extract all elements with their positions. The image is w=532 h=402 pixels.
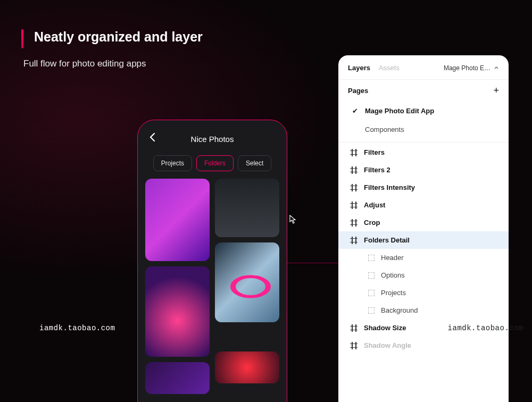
- tab-assets[interactable]: Assets: [379, 64, 400, 72]
- frame-icon: [350, 324, 358, 332]
- page-row[interactable]: ✔ Mage Photo Edit App: [338, 102, 509, 120]
- frame-icon: [350, 202, 358, 209]
- layer-row[interactable]: Filters: [338, 144, 509, 161]
- layer-row[interactable]: Filters 2: [338, 161, 509, 179]
- hero-headline: Neatly organized and layer: [34, 29, 203, 45]
- photo-thumb[interactable]: [145, 362, 210, 394]
- page-name: Components: [365, 125, 404, 133]
- layer-name: Shadow Angle: [364, 341, 411, 349]
- layer-row[interactable]: Background: [338, 302, 509, 319]
- page-row[interactable]: Components: [338, 120, 509, 139]
- layer-row[interactable]: Projects: [338, 284, 509, 302]
- accent-bar: [21, 29, 23, 48]
- chip-row: Projects Folders Select: [145, 155, 279, 171]
- chip-projects[interactable]: Projects: [153, 155, 192, 171]
- pages-label: Pages: [348, 87, 368, 95]
- chip-folders[interactable]: Folders: [196, 155, 234, 171]
- layer-row[interactable]: Filters Intensity: [338, 179, 509, 196]
- file-selector-label: Mage Photo E…: [444, 64, 491, 72]
- file-selector[interactable]: Mage Photo E…: [444, 64, 499, 72]
- hero-subhead: Full flow for photo editing apps: [23, 58, 146, 69]
- phone-title: Nice Photos: [191, 135, 234, 144]
- chip-select[interactable]: Select: [238, 155, 271, 171]
- photo-thumb[interactable]: [145, 179, 210, 261]
- layer-row[interactable]: Shadow Angle: [338, 337, 509, 354]
- layer-name: Filters 2: [364, 166, 390, 174]
- group-icon: [368, 290, 375, 296]
- layer-name: Filters Intensity: [364, 183, 415, 191]
- photo-thumb[interactable]: [215, 179, 279, 237]
- layer-name: Filters: [364, 148, 385, 156]
- layer-list: Filters Filters 2 Filters Intensity Adju…: [338, 144, 509, 354]
- photo-gallery: [145, 179, 279, 394]
- photo-thumb[interactable]: [215, 351, 279, 383]
- layer-name: Projects: [381, 289, 406, 297]
- add-page-button[interactable]: +: [493, 85, 499, 96]
- frame-icon: [350, 342, 358, 349]
- layer-row[interactable]: Options: [338, 266, 509, 284]
- phone-header: Nice Photos: [145, 130, 279, 148]
- phone-mockup: Nice Photos Projects Folders Select: [137, 120, 287, 402]
- page-name: Mage Photo Edit App: [365, 107, 434, 115]
- frame-icon: [350, 149, 358, 156]
- group-icon: [368, 272, 375, 279]
- group-icon: [368, 307, 375, 314]
- tab-layers[interactable]: Layers: [348, 64, 370, 72]
- connector-line: [287, 263, 340, 263]
- layer-name: Adjust: [364, 201, 385, 209]
- back-button[interactable]: [147, 132, 158, 143]
- layer-name: Crop: [364, 219, 380, 227]
- frame-icon: [350, 166, 358, 174]
- layer-name: Background: [381, 306, 418, 314]
- pages-header: Pages +: [338, 79, 509, 102]
- layer-row[interactable]: Header: [338, 249, 509, 266]
- layer-name: Options: [381, 271, 405, 279]
- frame-icon: [350, 219, 358, 227]
- chevron-up-icon: [494, 65, 499, 71]
- layer-name: Folders Detail: [364, 236, 410, 244]
- layer-row[interactable]: Adjust: [338, 196, 509, 214]
- divider: [338, 142, 509, 143]
- watermark-left: iamdk.taobao.com: [39, 324, 115, 332]
- cursor-icon: [289, 215, 297, 224]
- layers-panel: Layers Assets Mage Photo E… Pages + ✔ Ma…: [338, 55, 509, 402]
- group-icon: [368, 255, 375, 261]
- photo-thumb[interactable]: [145, 266, 210, 357]
- watermark-right: iamdk.taobao.com: [448, 324, 523, 332]
- frame-icon: [350, 237, 358, 244]
- layer-row[interactable]: Crop: [338, 214, 509, 231]
- photo-thumb[interactable]: [215, 242, 279, 322]
- panel-tabs: Layers Assets Mage Photo E…: [338, 55, 509, 79]
- layer-name: Shadow Size: [364, 324, 406, 332]
- layer-row[interactable]: Folders Detail: [338, 231, 509, 249]
- layer-name: Header: [381, 254, 404, 262]
- frame-icon: [350, 184, 358, 191]
- check-icon: ✔: [351, 107, 359, 115]
